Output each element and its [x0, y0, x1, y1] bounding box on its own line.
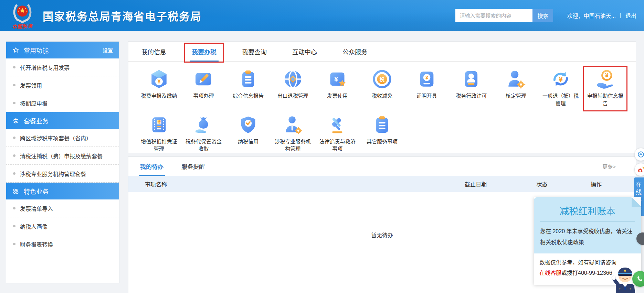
- service-label: 税收减免: [362, 92, 402, 100]
- sidebar-item-label: 按期应申报: [20, 99, 47, 107]
- sidebar-item-label: 清税注销税（费）申报及缴纳套餐: [20, 152, 103, 160]
- bullet-icon: [13, 172, 15, 175]
- person-gear-icon: [506, 69, 526, 89]
- service-invoice-use[interactable]: ¥发票使用: [315, 69, 360, 107]
- service-label: 税务代保管资金收取: [183, 138, 223, 153]
- service-tax-admin-license[interactable]: 税务行政许可: [449, 69, 494, 107]
- tax-benefit-popup: 减税红利账本 您在 2020 年未享受税收优惠，请关注相关税收优惠政策 数据仅供…: [534, 197, 641, 285]
- service-label: 发票使用: [317, 92, 357, 100]
- sidebar-item[interactable]: 发票领用: [6, 76, 119, 94]
- stamp-person-icon: [461, 69, 481, 89]
- sidebar-item-label: 发票领用: [20, 81, 42, 89]
- bullet-icon: [13, 66, 15, 68]
- sidebar-item[interactable]: 纳税人画像: [6, 217, 119, 235]
- svg-text:¥: ¥: [605, 73, 609, 78]
- service-general-refund-management[interactable]: ¥一般退（抵）税管理: [538, 69, 583, 107]
- grid-icon: [12, 188, 19, 195]
- service-label: 纳税信用: [228, 138, 268, 145]
- service-label: 税务行政许可: [451, 92, 491, 100]
- star-icon: [12, 47, 19, 54]
- service-certificate-issuance[interactable]: ¥证明开具: [404, 69, 449, 107]
- service-other-services[interactable]: 其它服务事项: [360, 115, 404, 153]
- service-label: 综合信息报告: [228, 92, 268, 100]
- bullet-icon: [13, 207, 15, 209]
- bullet-icon: [13, 154, 15, 157]
- tab-public-service[interactable]: 公众服务: [340, 42, 370, 61]
- layers-icon: [12, 117, 19, 124]
- more-link[interactable]: 更多>: [602, 163, 616, 170]
- service-tax-service-agency[interactable]: 涉税专业服务机构管理: [271, 115, 315, 153]
- service-tax-reduction[interactable]: 税税收减免: [360, 69, 404, 107]
- service-label: 出口退税管理: [273, 92, 313, 100]
- sidebar-item[interactable]: 财务报表转换: [6, 235, 119, 253]
- phone-icon: [636, 275, 644, 283]
- sidebar-item[interactable]: 按期应申报: [6, 94, 119, 112]
- service-tax-declaration-payment[interactable]: ¥税费申报及缴纳: [137, 69, 181, 107]
- sidebar-item-label: 纳税人画像: [20, 222, 47, 230]
- tab-label: 互动中心: [292, 47, 317, 56]
- sidebar-item[interactable]: 发票清单导入: [6, 199, 119, 217]
- service-label: 税费申报及缴纳: [139, 92, 179, 100]
- todo-tab-my-todo[interactable]: 我的待办: [139, 157, 165, 176]
- sidebar-item[interactable]: 清税注销税（费）申报及缴纳套餐: [6, 147, 119, 165]
- cube-yen-icon: ¥: [149, 69, 169, 89]
- svg-text:¥: ¥: [157, 79, 160, 85]
- service-matter-handling[interactable]: 事项办理: [181, 69, 226, 107]
- sidebar-settings-link[interactable]: 设置: [103, 46, 113, 54]
- welcome-text[interactable]: 欢迎，中国石油天...: [567, 11, 615, 20]
- popup-header-section: 减税红利账本 您在 2020 年未享受税收优惠，请关注相关税收优惠政策: [534, 197, 641, 253]
- sidebar-section-title: 特色业务: [24, 187, 49, 196]
- column-header-action: 操作: [570, 180, 622, 188]
- sidebar-item[interactable]: 涉税专业服务机构管理套餐: [6, 165, 119, 183]
- tab-label: 公众服务: [342, 47, 367, 56]
- sidebar-item[interactable]: 跨区域涉税事项套餐（省内）: [6, 129, 119, 147]
- service-escrow-funds-collection[interactable]: 税务代保管资金收取: [181, 115, 226, 153]
- service-label: 核定管理: [496, 92, 536, 100]
- sidebar-item[interactable]: 代开增值税专用发票: [6, 58, 119, 76]
- bullet-icon: [13, 243, 15, 245]
- logout-link[interactable]: 退出: [625, 11, 636, 20]
- header-right: 搜索 欢迎，中国石油天... | 退出: [455, 9, 636, 22]
- service-comprehensive-info-report[interactable]: 综合信息报告: [226, 69, 271, 107]
- service-assessment-management[interactable]: 核定管理: [494, 69, 538, 107]
- weibo-icon: [637, 166, 644, 173]
- sidebar-item-label: 代开增值税专用发票: [20, 63, 70, 72]
- sidebar-section-header[interactable]: 套餐业务: [6, 112, 119, 129]
- tab-tax-handling[interactable]: 我要办税: [189, 42, 219, 61]
- shield-check-icon: [238, 115, 258, 135]
- service-tax-credit[interactable]: 纳税信用: [226, 115, 271, 153]
- service-label: 法律追责与救济事项: [317, 138, 357, 153]
- tab-label: 我的信息: [141, 47, 166, 56]
- tab-label: 我要查询: [242, 47, 267, 56]
- service-label: 增值税抵扣凭证管理: [139, 138, 179, 153]
- online-service-link[interactable]: 在线客服: [539, 270, 561, 276]
- service-label: 其它服务事项: [362, 138, 402, 145]
- sidebar-section-header[interactable]: 特色业务: [6, 183, 119, 199]
- sidebar-section-title: 常用功能: [24, 46, 49, 55]
- todo-tabs: 我的待办服务提醒: [139, 157, 206, 176]
- search-box: 搜索: [455, 9, 553, 22]
- search-input[interactable]: [455, 9, 532, 22]
- column-header-status: 状态: [514, 180, 570, 188]
- gavel-icon: [327, 115, 347, 135]
- tab-query[interactable]: 我要查询: [239, 42, 270, 61]
- popup-note-suffix: 或拨打400-99-12366: [561, 270, 612, 276]
- refund-cycle-icon: ¥: [551, 69, 571, 89]
- service-export-tax-refund[interactable]: 出口退税管理: [271, 69, 315, 107]
- sidebar: 常用功能设置代开增值税专用发票发票领用按期应申报套餐业务跨区域涉税事项套餐（省内…: [6, 41, 119, 283]
- tab-my-info[interactable]: 我的信息: [139, 42, 169, 61]
- svg-text:¥: ¥: [425, 75, 428, 80]
- service-legal-remedy[interactable]: 法律追责与救济事项: [315, 115, 360, 153]
- search-button[interactable]: 搜索: [532, 9, 553, 22]
- sidebar-item-label: 涉税专业服务机构管理套餐: [20, 170, 86, 178]
- service-vat-deduction-voucher[interactable]: 增增值税抵扣凭证管理: [137, 115, 181, 153]
- svg-text:增: 增: [157, 120, 161, 124]
- tab-interaction-center[interactable]: 互动中心: [289, 42, 320, 61]
- todo-tab-service-reminder[interactable]: 服务提醒: [180, 157, 206, 176]
- service-label: 证明开具: [407, 92, 447, 100]
- service-declaration-auxiliary-info[interactable]: ¥申报辅助信息报告: [583, 69, 627, 107]
- sidebar-section-header[interactable]: 常用功能设置: [6, 42, 119, 58]
- header: 中国税务 国家税务总局青海省电子税务局 搜索 欢迎，中国石油天... | 退出: [0, 0, 644, 31]
- emblem-icon: [12, 1, 33, 24]
- hand-coin-icon: ¥: [595, 69, 615, 89]
